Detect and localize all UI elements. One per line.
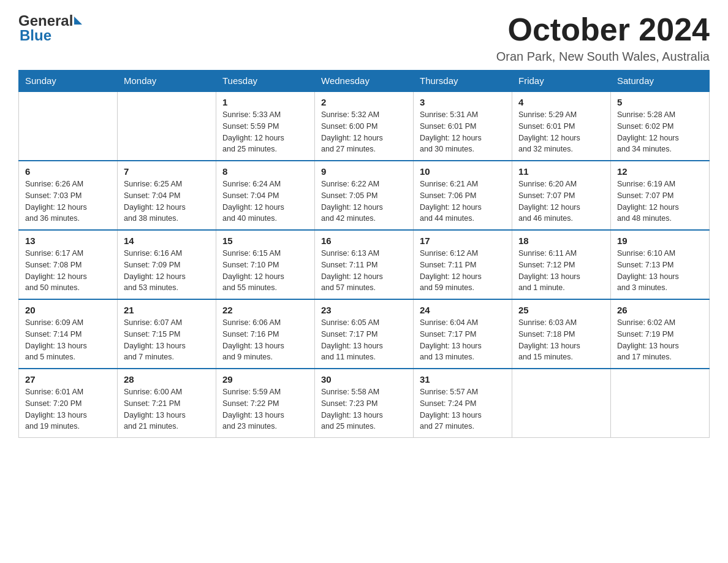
day-number: 3 <box>420 97 506 107</box>
calendar-cell <box>19 91 118 161</box>
day-number: 9 <box>321 166 407 177</box>
day-number: 8 <box>222 166 308 177</box>
calendar-cell: 18Sunrise: 6:11 AM Sunset: 7:12 PM Dayli… <box>512 230 611 299</box>
calendar-cell: 16Sunrise: 6:13 AM Sunset: 7:11 PM Dayli… <box>315 230 414 299</box>
day-number: 4 <box>518 97 604 107</box>
day-number: 25 <box>518 305 604 315</box>
day-number: 28 <box>124 374 210 385</box>
day-info: Sunrise: 6:05 AM Sunset: 7:17 PM Dayligh… <box>321 317 407 363</box>
calendar-table: SundayMondayTuesdayWednesdayThursdayFrid… <box>18 70 710 438</box>
calendar-week-row: 6Sunrise: 6:26 AM Sunset: 7:03 PM Daylig… <box>19 161 710 230</box>
day-number: 18 <box>518 236 604 246</box>
day-info: Sunrise: 5:29 AM Sunset: 6:01 PM Dayligh… <box>518 109 604 155</box>
day-info: Sunrise: 6:11 AM Sunset: 7:12 PM Dayligh… <box>518 248 604 294</box>
calendar-cell: 4Sunrise: 5:29 AM Sunset: 6:01 PM Daylig… <box>512 91 611 161</box>
day-number: 5 <box>617 97 703 107</box>
calendar-cell: 1Sunrise: 5:33 AM Sunset: 5:59 PM Daylig… <box>216 91 315 161</box>
day-number: 23 <box>321 305 407 315</box>
day-info: Sunrise: 6:13 AM Sunset: 7:11 PM Dayligh… <box>321 248 407 294</box>
day-info: Sunrise: 6:02 AM Sunset: 7:19 PM Dayligh… <box>617 317 703 363</box>
calendar-cell: 5Sunrise: 5:28 AM Sunset: 6:02 PM Daylig… <box>611 91 710 161</box>
day-number: 14 <box>124 236 210 246</box>
calendar-cell <box>512 369 611 438</box>
day-info: Sunrise: 6:24 AM Sunset: 7:04 PM Dayligh… <box>222 178 308 224</box>
calendar-cell: 30Sunrise: 5:58 AM Sunset: 7:23 PM Dayli… <box>315 369 414 438</box>
logo-blue-text: Blue <box>18 27 51 44</box>
day-number: 6 <box>25 166 111 177</box>
day-of-week-header: Thursday <box>414 71 512 92</box>
calendar-cell: 13Sunrise: 6:17 AM Sunset: 7:08 PM Dayli… <box>19 230 118 299</box>
day-info: Sunrise: 6:07 AM Sunset: 7:15 PM Dayligh… <box>124 317 210 363</box>
day-info: Sunrise: 6:00 AM Sunset: 7:21 PM Dayligh… <box>124 386 210 432</box>
calendar-cell: 19Sunrise: 6:10 AM Sunset: 7:13 PM Dayli… <box>611 230 710 299</box>
day-number: 29 <box>222 374 308 385</box>
day-number: 20 <box>25 305 111 315</box>
day-of-week-header: Friday <box>512 71 611 92</box>
month-title: October 2024 <box>496 12 710 47</box>
calendar-cell: 2Sunrise: 5:32 AM Sunset: 6:00 PM Daylig… <box>315 91 414 161</box>
day-number: 22 <box>222 305 308 315</box>
day-of-week-header: Wednesday <box>315 71 414 92</box>
day-number: 10 <box>420 166 506 177</box>
day-number: 2 <box>321 97 407 107</box>
day-info: Sunrise: 6:21 AM Sunset: 7:06 PM Dayligh… <box>420 178 506 224</box>
day-of-week-header: Sunday <box>19 71 118 92</box>
day-of-week-header: Monday <box>118 71 216 92</box>
day-number: 15 <box>222 236 308 246</box>
calendar-cell: 9Sunrise: 6:22 AM Sunset: 7:05 PM Daylig… <box>315 161 414 230</box>
day-number: 7 <box>124 166 210 177</box>
day-number: 19 <box>617 236 703 246</box>
day-info: Sunrise: 5:32 AM Sunset: 6:00 PM Dayligh… <box>321 109 407 155</box>
day-info: Sunrise: 6:25 AM Sunset: 7:04 PM Dayligh… <box>124 178 210 224</box>
day-info: Sunrise: 6:01 AM Sunset: 7:20 PM Dayligh… <box>25 386 111 432</box>
calendar-cell: 7Sunrise: 6:25 AM Sunset: 7:04 PM Daylig… <box>118 161 216 230</box>
calendar-cell: 6Sunrise: 6:26 AM Sunset: 7:03 PM Daylig… <box>19 161 118 230</box>
calendar-cell: 14Sunrise: 6:16 AM Sunset: 7:09 PM Dayli… <box>118 230 216 299</box>
calendar-cell: 28Sunrise: 6:00 AM Sunset: 7:21 PM Dayli… <box>118 369 216 438</box>
title-section: October 2024 Oran Park, New South Wales,… <box>496 12 710 64</box>
day-info: Sunrise: 5:58 AM Sunset: 7:23 PM Dayligh… <box>321 386 407 432</box>
logo: General Blue <box>18 12 82 44</box>
calendar-header-row: SundayMondayTuesdayWednesdayThursdayFrid… <box>19 71 710 92</box>
day-info: Sunrise: 6:20 AM Sunset: 7:07 PM Dayligh… <box>518 178 604 224</box>
day-info: Sunrise: 5:33 AM Sunset: 5:59 PM Dayligh… <box>222 109 308 155</box>
page-header: General Blue October 2024 Oran Park, New… <box>18 12 710 64</box>
calendar-cell: 11Sunrise: 6:20 AM Sunset: 7:07 PM Dayli… <box>512 161 611 230</box>
calendar-cell: 22Sunrise: 6:06 AM Sunset: 7:16 PM Dayli… <box>216 299 315 369</box>
day-info: Sunrise: 5:59 AM Sunset: 7:22 PM Dayligh… <box>222 386 308 432</box>
calendar-cell: 8Sunrise: 6:24 AM Sunset: 7:04 PM Daylig… <box>216 161 315 230</box>
day-number: 24 <box>420 305 506 315</box>
calendar-cell: 3Sunrise: 5:31 AM Sunset: 6:01 PM Daylig… <box>414 91 512 161</box>
calendar-cell: 10Sunrise: 6:21 AM Sunset: 7:06 PM Dayli… <box>414 161 512 230</box>
day-number: 31 <box>420 374 506 385</box>
day-info: Sunrise: 6:06 AM Sunset: 7:16 PM Dayligh… <box>222 317 308 363</box>
day-info: Sunrise: 6:16 AM Sunset: 7:09 PM Dayligh… <box>124 248 210 294</box>
calendar-cell: 21Sunrise: 6:07 AM Sunset: 7:15 PM Dayli… <box>118 299 216 369</box>
day-number: 1 <box>222 97 308 107</box>
day-number: 21 <box>124 305 210 315</box>
day-info: Sunrise: 6:26 AM Sunset: 7:03 PM Dayligh… <box>25 178 111 224</box>
calendar-week-row: 13Sunrise: 6:17 AM Sunset: 7:08 PM Dayli… <box>19 230 710 299</box>
day-info: Sunrise: 6:04 AM Sunset: 7:17 PM Dayligh… <box>420 317 506 363</box>
day-of-week-header: Tuesday <box>216 71 315 92</box>
calendar-cell <box>611 369 710 438</box>
day-number: 17 <box>420 236 506 246</box>
calendar-cell: 23Sunrise: 6:05 AM Sunset: 7:17 PM Dayli… <box>315 299 414 369</box>
day-info: Sunrise: 6:09 AM Sunset: 7:14 PM Dayligh… <box>25 317 111 363</box>
day-info: Sunrise: 6:10 AM Sunset: 7:13 PM Dayligh… <box>617 248 703 294</box>
calendar-cell: 17Sunrise: 6:12 AM Sunset: 7:11 PM Dayli… <box>414 230 512 299</box>
calendar-cell: 24Sunrise: 6:04 AM Sunset: 7:17 PM Dayli… <box>414 299 512 369</box>
day-number: 11 <box>518 166 604 177</box>
day-info: Sunrise: 6:19 AM Sunset: 7:07 PM Dayligh… <box>617 178 703 224</box>
calendar-cell: 15Sunrise: 6:15 AM Sunset: 7:10 PM Dayli… <box>216 230 315 299</box>
day-number: 27 <box>25 374 111 385</box>
calendar-week-row: 1Sunrise: 5:33 AM Sunset: 5:59 PM Daylig… <box>19 91 710 161</box>
day-info: Sunrise: 6:17 AM Sunset: 7:08 PM Dayligh… <box>25 248 111 294</box>
day-info: Sunrise: 6:03 AM Sunset: 7:18 PM Dayligh… <box>518 317 604 363</box>
day-info: Sunrise: 6:15 AM Sunset: 7:10 PM Dayligh… <box>222 248 308 294</box>
calendar-week-row: 27Sunrise: 6:01 AM Sunset: 7:20 PM Dayli… <box>19 369 710 438</box>
day-number: 13 <box>25 236 111 246</box>
day-of-week-header: Saturday <box>611 71 710 92</box>
logo-triangle-icon <box>74 17 82 25</box>
day-number: 26 <box>617 305 703 315</box>
